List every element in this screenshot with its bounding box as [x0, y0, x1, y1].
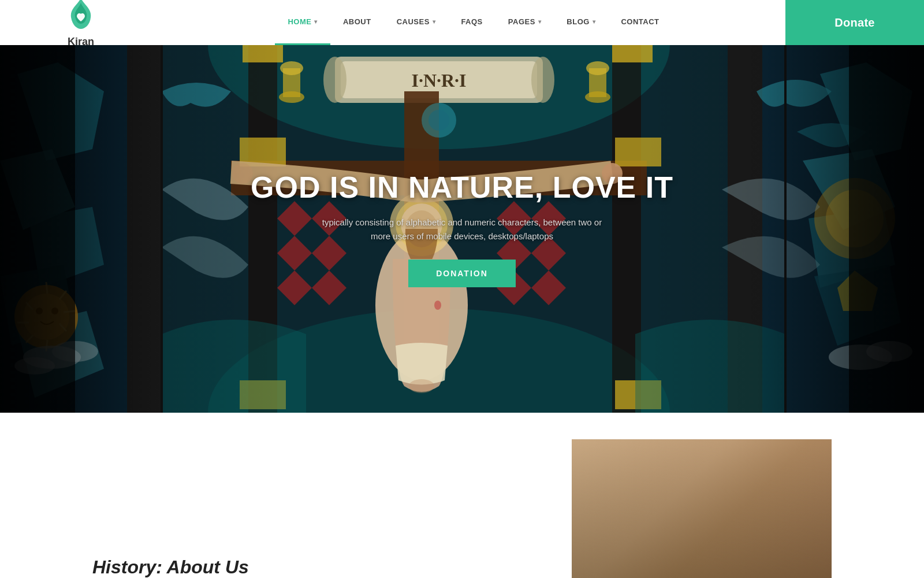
- hero-content: GOD IS IN NATURE, LOVE IT typically cons…: [0, 45, 924, 413]
- logo-text: Kiran: [68, 36, 94, 48]
- about-photo: [572, 439, 832, 578]
- chevron-down-icon: ▾: [538, 18, 542, 25]
- chevron-down-icon: ▾: [433, 18, 436, 25]
- nav-item-causes[interactable]: CAUSES ▾: [384, 0, 449, 45]
- logo-area[interactable]: Kiran: [0, 0, 162, 45]
- hero-subtitle: typically consisting of alphabetic and n…: [322, 216, 602, 243]
- below-hero-section: History: About Us: [0, 413, 924, 578]
- logo: Kiran: [65, 0, 97, 48]
- main-nav: HOME ▾ ABOUT CAUSES ▾ FAQS PAGES ▾ BLOG …: [162, 0, 785, 45]
- chevron-down-icon: ▾: [593, 18, 596, 25]
- nav-item-about[interactable]: ABOUT: [330, 0, 384, 45]
- nav-item-home[interactable]: HOME ▾: [275, 0, 330, 45]
- nav-item-pages[interactable]: PAGES ▾: [495, 0, 554, 45]
- hero-title: GOD IS IN NATURE, LOVE IT: [251, 171, 673, 205]
- nav-item-contact[interactable]: CONTACT: [608, 0, 672, 45]
- site-header: Kiran HOME ▾ ABOUT CAUSES ▾ FAQS PAGES ▾…: [0, 0, 924, 45]
- history-title: History: About Us: [92, 557, 537, 578]
- hero-section: I·N·R·I: [0, 45, 924, 413]
- logo-flame-icon: [65, 0, 97, 35]
- donation-button[interactable]: DONATION: [408, 260, 516, 287]
- donate-button[interactable]: Donate: [785, 0, 924, 45]
- chevron-down-icon: ▾: [314, 18, 318, 25]
- nav-item-faqs[interactable]: FAQS: [448, 0, 495, 45]
- nav-item-blog[interactable]: BLOG ▾: [554, 0, 608, 45]
- history-section: History: About Us: [92, 533, 537, 578]
